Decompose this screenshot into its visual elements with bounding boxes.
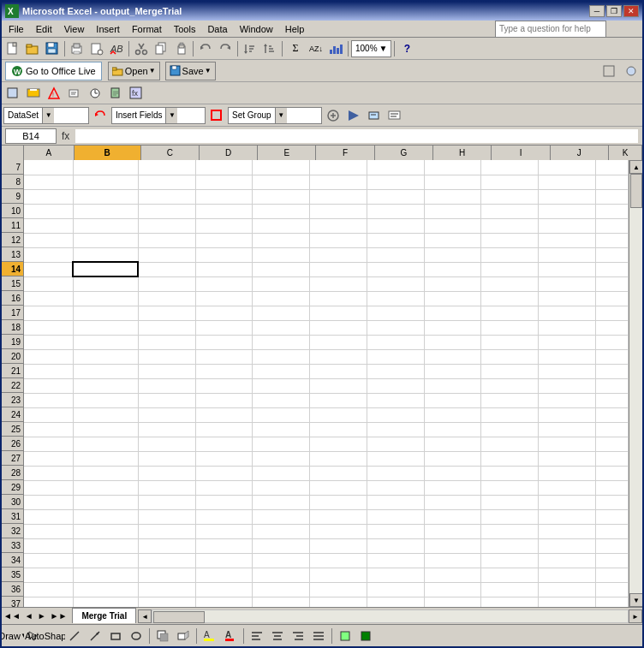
rect-tool[interactable]	[106, 627, 125, 645]
cell[interactable]	[195, 364, 253, 378]
row-header-10[interactable]: 10	[2, 204, 23, 218]
tb2-btn6[interactable]	[106, 85, 125, 102]
row-header-23[interactable]: 23	[2, 393, 23, 407]
menu-view[interactable]: View	[59, 22, 90, 36]
cell[interactable]	[73, 582, 138, 597]
fill-color-button[interactable]: A	[200, 627, 219, 645]
cell[interactable]	[138, 291, 195, 306]
cell[interactable]	[253, 393, 310, 407]
cell[interactable]	[310, 407, 367, 422]
cell[interactable]	[481, 175, 539, 189]
cell[interactable]	[367, 233, 424, 247]
cell[interactable]	[195, 597, 253, 607]
cell[interactable]	[310, 189, 367, 204]
cell[interactable]	[424, 568, 481, 582]
cell[interactable]	[539, 393, 596, 407]
cell[interactable]	[253, 422, 310, 437]
cell[interactable]	[24, 335, 73, 349]
cell[interactable]	[424, 480, 481, 495]
col-header-D[interactable]: D	[200, 146, 258, 160]
cell[interactable]	[424, 597, 481, 607]
row-header-13[interactable]: 13	[2, 247, 23, 262]
mm-btn2[interactable]	[324, 107, 343, 124]
cell[interactable]	[73, 495, 138, 509]
cell[interactable]	[253, 291, 310, 306]
cell[interactable]	[481, 568, 539, 582]
cell[interactable]	[539, 291, 596, 306]
cell[interactable]	[367, 276, 424, 291]
cell[interactable]	[424, 495, 481, 509]
menu-data[interactable]: Data	[202, 22, 232, 36]
cell[interactable]	[138, 160, 195, 175]
open-button[interactable]	[23, 40, 42, 57]
v-scroll-track[interactable]	[629, 174, 642, 593]
cell[interactable]	[253, 189, 310, 204]
cell[interactable]	[195, 320, 253, 335]
cell[interactable]	[24, 451, 73, 466]
cell[interactable]	[253, 524, 310, 538]
cell[interactable]	[367, 407, 424, 422]
cell[interactable]	[367, 204, 424, 218]
cell[interactable]	[253, 538, 310, 553]
cell[interactable]	[595, 553, 628, 568]
cell[interactable]	[424, 538, 481, 553]
cell[interactable]	[367, 364, 424, 378]
cell[interactable]	[539, 335, 596, 349]
dataset-dropdown[interactable]: DataSet ▼	[3, 107, 89, 124]
cell[interactable]	[424, 393, 481, 407]
cell[interactable]	[424, 218, 481, 233]
cell[interactable]	[24, 582, 73, 597]
toolbar-extra-1[interactable]	[599, 62, 618, 80]
save-toolbar-button[interactable]	[43, 40, 62, 57]
open-dropdown-button[interactable]: Open ▼	[108, 62, 160, 80]
cell[interactable]	[310, 276, 367, 291]
cell[interactable]	[367, 247, 424, 262]
row-header-22[interactable]: 22	[2, 378, 23, 393]
cell[interactable]	[195, 524, 253, 538]
cell[interactable]	[481, 582, 539, 597]
cell[interactable]	[195, 509, 253, 524]
cell[interactable]	[138, 422, 195, 437]
menu-edit[interactable]: Edit	[31, 22, 57, 36]
cell[interactable]	[595, 175, 628, 189]
cell[interactable]	[195, 291, 253, 306]
cell[interactable]	[73, 291, 138, 306]
cell[interactable]	[424, 582, 481, 597]
cell[interactable]	[24, 509, 73, 524]
cell[interactable]	[310, 480, 367, 495]
cell[interactable]	[539, 378, 596, 393]
cell[interactable]	[73, 393, 138, 407]
cell[interactable]	[595, 233, 628, 247]
cell[interactable]	[138, 495, 195, 509]
tb2-btn7[interactable]: fx	[127, 85, 146, 102]
row-header-8[interactable]: 8	[2, 175, 23, 189]
cell[interactable]	[367, 437, 424, 451]
cell[interactable]	[195, 189, 253, 204]
cell[interactable]	[481, 451, 539, 466]
minimize-button[interactable]: ─	[589, 5, 605, 17]
cell[interactable]	[195, 553, 253, 568]
cell[interactable]	[138, 204, 195, 218]
cell[interactable]	[24, 291, 73, 306]
cell[interactable]	[539, 466, 596, 480]
col-header-B[interactable]: B	[75, 146, 141, 160]
row-header-14[interactable]: 14	[2, 262, 23, 276]
cell[interactable]	[253, 495, 310, 509]
cell[interactable]	[253, 204, 310, 218]
cell[interactable]	[310, 582, 367, 597]
cell[interactable]	[481, 335, 539, 349]
cell[interactable]	[73, 568, 138, 582]
cell[interactable]	[539, 509, 596, 524]
cell[interactable]	[310, 218, 367, 233]
cell[interactable]	[367, 262, 424, 276]
row-header-37[interactable]: 37	[2, 597, 23, 607]
close-button[interactable]: ✕	[623, 5, 639, 17]
row-header-18[interactable]: 18	[2, 320, 23, 335]
cell[interactable]	[253, 349, 310, 364]
mm-refresh-button[interactable]	[91, 107, 110, 124]
cell[interactable]	[481, 437, 539, 451]
cell[interactable]	[595, 524, 628, 538]
cell[interactable]	[367, 175, 424, 189]
cell[interactable]	[539, 422, 596, 437]
cell[interactable]	[73, 364, 138, 378]
